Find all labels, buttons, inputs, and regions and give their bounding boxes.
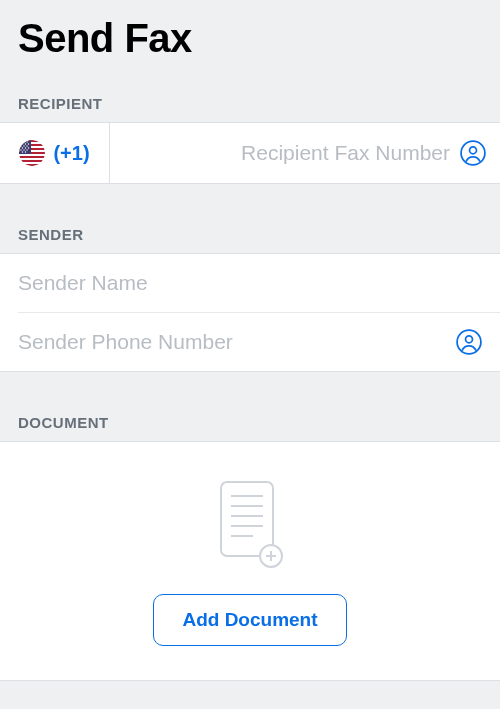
page-title: Send Fax — [18, 16, 482, 61]
svg-rect-8 — [19, 164, 45, 166]
sender-name-input[interactable] — [18, 271, 482, 295]
svg-point-21 — [28, 147, 29, 148]
svg-point-12 — [27, 141, 28, 142]
document-section: Add Document — [0, 441, 500, 681]
document-section-label: DOCUMENT — [0, 400, 500, 441]
country-code-selector[interactable]: (+1) — [0, 123, 110, 183]
svg-point-25 — [22, 151, 23, 152]
contact-picker-icon[interactable] — [460, 140, 486, 166]
sender-name-row — [0, 254, 500, 312]
recipient-row: (+1) — [0, 122, 500, 184]
svg-point-23 — [24, 149, 25, 150]
add-document-button[interactable]: Add Document — [153, 594, 346, 646]
fax-number-cell — [110, 123, 500, 183]
svg-point-13 — [22, 143, 23, 144]
section-gap — [0, 184, 500, 212]
country-code-text: (+1) — [53, 142, 89, 165]
recipient-fax-input[interactable] — [124, 141, 450, 165]
svg-point-14 — [25, 143, 26, 144]
svg-point-17 — [24, 145, 25, 146]
header: Send Fax — [0, 0, 500, 81]
svg-point-22 — [21, 149, 22, 150]
svg-point-30 — [466, 336, 473, 343]
svg-rect-2 — [19, 140, 45, 142]
us-flag-icon — [19, 140, 45, 166]
svg-point-11 — [24, 141, 25, 142]
recipient-section-label: RECIPIENT — [0, 81, 500, 122]
sender-phone-row — [0, 313, 500, 371]
contact-picker-icon[interactable] — [456, 329, 482, 355]
svg-point-15 — [28, 143, 29, 144]
svg-point-28 — [470, 147, 477, 154]
svg-rect-7 — [19, 160, 45, 162]
svg-point-19 — [22, 147, 23, 148]
svg-point-20 — [25, 147, 26, 148]
svg-point-16 — [21, 145, 22, 146]
svg-point-26 — [25, 151, 26, 152]
svg-rect-31 — [221, 482, 273, 556]
sender-section-label: SENDER — [0, 212, 500, 253]
sender-group — [0, 253, 500, 372]
section-gap — [0, 372, 500, 400]
svg-rect-6 — [19, 156, 45, 158]
svg-point-18 — [27, 145, 28, 146]
svg-point-24 — [27, 149, 28, 150]
sender-phone-input[interactable] — [18, 330, 456, 354]
document-placeholder-icon — [215, 480, 285, 570]
svg-point-10 — [21, 141, 22, 142]
